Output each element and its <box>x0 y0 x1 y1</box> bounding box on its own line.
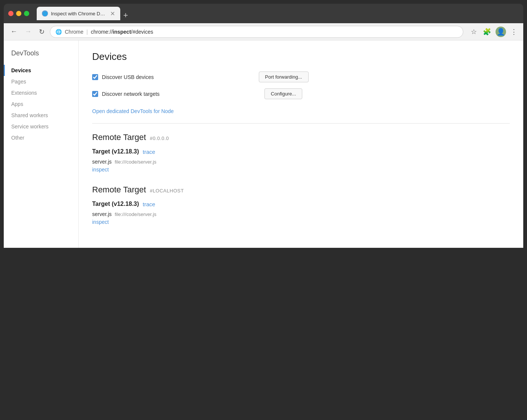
back-button[interactable]: ← <box>8 26 19 37</box>
toolbar-actions: ☆ 🧩 👤 ⋮ <box>469 26 519 37</box>
address-bar[interactable]: 🌐 Chrome | chrome://inspect/#devices <box>50 26 463 38</box>
tab-title: Inspect with Chrome Develope <box>51 11 107 16</box>
usb-devices-row: Discover USB devices Port forwarding... <box>92 71 510 82</box>
remote-target-id-1: #0.0.0.0 <box>150 136 169 141</box>
browser-toolbar: ← → ↻ 🌐 Chrome | chrome://inspect/#devic… <box>4 23 523 40</box>
target-inspect-link-2[interactable]: inspect <box>92 219 109 225</box>
close-button[interactable] <box>8 11 13 16</box>
section-divider <box>92 123 510 124</box>
tab-close-icon[interactable]: ✕ <box>110 10 115 17</box>
target-trace-link-2[interactable]: trace <box>143 201 155 207</box>
browser-content: DevTools Devices Pages Extensions Apps S… <box>4 40 523 248</box>
remote-target-id-2: #LOCALHOST <box>150 188 184 194</box>
network-targets-row: Discover network targets Configure... <box>92 88 510 99</box>
network-targets-checkbox[interactable] <box>92 91 98 97</box>
sidebar-item-pages[interactable]: Pages <box>11 76 78 87</box>
target-name-1: Target (v12.18.3) trace <box>92 148 510 155</box>
minimize-button[interactable] <box>16 11 21 16</box>
target-filename-2: server.js <box>92 211 112 217</box>
network-targets-label[interactable]: Discover network targets <box>92 91 160 97</box>
tab-favicon-icon: 🌐 <box>42 10 48 16</box>
sidebar-item-other[interactable]: Other <box>11 132 78 143</box>
target-trace-link-1[interactable]: trace <box>143 149 155 155</box>
sidebar-item-shared-workers[interactable]: Shared workers <box>11 110 78 121</box>
address-security-icon: 🌐 <box>55 29 62 35</box>
target-inspect-link-1[interactable]: inspect <box>92 167 109 173</box>
new-tab-button[interactable]: + <box>123 10 128 20</box>
tab-bar: 🌐 Inspect with Chrome Develope ✕ + <box>37 7 128 20</box>
remote-target-section-2: Remote Target #LOCALHOST Target (v12.18.… <box>92 185 510 225</box>
extensions-button[interactable]: 🧩 <box>481 26 493 37</box>
bookmark-button[interactable]: ☆ <box>469 26 478 37</box>
remote-target-heading-1: Remote Target #0.0.0.0 <box>92 133 510 142</box>
svg-text:🌐: 🌐 <box>43 11 48 16</box>
main-content: Devices Discover USB devices Port forwar… <box>79 40 523 248</box>
active-tab[interactable]: 🌐 Inspect with Chrome Develope ✕ <box>37 7 120 20</box>
target-file-row-2: server.js file:///code/server.js <box>92 211 510 217</box>
target-filepath-2: file:///code/server.js <box>115 211 156 217</box>
port-forwarding-button[interactable]: Port forwarding... <box>259 71 309 82</box>
sidebar-title: DevTools <box>11 49 78 57</box>
address-separator: | <box>87 29 88 35</box>
menu-button[interactable]: ⋮ <box>509 26 519 37</box>
node-devtools-link[interactable]: Open dedicated DevTools for Node <box>92 108 174 114</box>
page-title: Devices <box>92 51 510 63</box>
sidebar: DevTools Devices Pages Extensions Apps S… <box>4 40 79 248</box>
sidebar-item-devices[interactable]: Devices <box>11 65 78 76</box>
maximize-button[interactable] <box>24 11 29 16</box>
address-site: Chrome <box>65 29 84 35</box>
usb-devices-checkbox[interactable] <box>92 74 98 80</box>
forward-button[interactable]: → <box>22 26 34 37</box>
traffic-lights <box>8 11 29 16</box>
address-path: chrome://inspect/#devices <box>91 29 153 35</box>
profile-avatar[interactable]: 👤 <box>496 27 506 37</box>
browser-titlebar: 🌐 Inspect with Chrome Develope ✕ + <box>4 4 523 23</box>
reload-button[interactable]: ↻ <box>37 26 47 37</box>
target-file-row-1: server.js file:///code/server.js <box>92 159 510 165</box>
sidebar-item-extensions[interactable]: Extensions <box>11 87 78 98</box>
target-filename-1: server.js <box>92 159 112 165</box>
target-name-2: Target (v12.18.3) trace <box>92 201 510 207</box>
usb-devices-label[interactable]: Discover USB devices <box>92 74 154 80</box>
sidebar-item-apps[interactable]: Apps <box>11 98 78 110</box>
remote-target-section-1: Remote Target #0.0.0.0 Target (v12.18.3)… <box>92 133 510 173</box>
sidebar-item-service-workers[interactable]: Service workers <box>11 121 78 132</box>
target-filepath-1: file:///code/server.js <box>115 159 156 165</box>
configure-button[interactable]: Configure... <box>264 88 302 99</box>
remote-target-heading-2: Remote Target #LOCALHOST <box>92 185 510 195</box>
